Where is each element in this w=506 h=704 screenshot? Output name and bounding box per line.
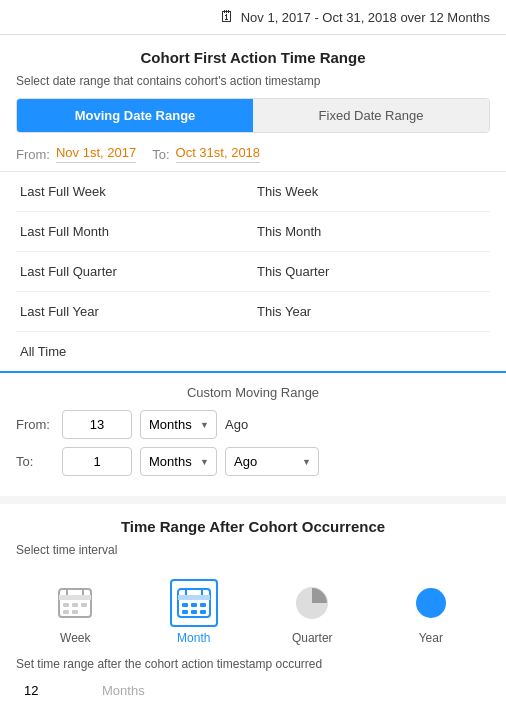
- this-week[interactable]: This Week: [253, 172, 490, 211]
- to-label: To:: [152, 147, 169, 162]
- week-icon: [57, 585, 93, 621]
- interval-week-label: Week: [60, 631, 90, 645]
- tab-moving-date-range[interactable]: Moving Date Range: [17, 99, 253, 132]
- custom-to-label: To:: [16, 454, 54, 469]
- quarter-icon: [294, 585, 330, 621]
- this-quarter[interactable]: This Quarter: [253, 252, 490, 291]
- all-time[interactable]: All Time: [16, 332, 70, 371]
- svg-rect-5: [72, 603, 78, 607]
- top-bar-date-text: Nov 1, 2017 - Oct 31, 2018 over 12 Month…: [241, 10, 490, 25]
- to-field: To: Oct 31st, 2018: [152, 145, 260, 163]
- from-field: From: Nov 1st, 2017: [16, 145, 136, 163]
- from-to-row: From: Nov 1st, 2017 To: Oct 31st, 2018: [0, 133, 506, 171]
- custom-to-unit-wrapper: Months Days Weeks Years: [140, 447, 217, 476]
- quick-row-month: Last Full Month This Month: [16, 212, 490, 252]
- to-value[interactable]: Oct 31st, 2018: [176, 145, 261, 163]
- from-label: From:: [16, 147, 50, 162]
- this-year[interactable]: This Year: [253, 292, 490, 331]
- custom-from-ago: Ago: [225, 417, 248, 432]
- quick-row-week: Last Full Week This Week: [16, 172, 490, 212]
- svg-rect-6: [81, 603, 87, 607]
- last-full-quarter[interactable]: Last Full Quarter: [16, 252, 253, 291]
- interval-row: Week Month: [0, 567, 506, 649]
- custom-to-row: To: Months Days Weeks Years Ago From Now: [16, 447, 490, 476]
- cohort-title: Cohort First Action Time Range: [0, 35, 506, 74]
- custom-moving-range-title: Custom Moving Range: [16, 385, 490, 400]
- date-range-tabs: Moving Date Range Fixed Date Range: [16, 98, 490, 133]
- last-full-week[interactable]: Last Full Week: [16, 172, 253, 211]
- svg-rect-7: [63, 610, 69, 614]
- svg-rect-17: [191, 610, 197, 614]
- last-full-year[interactable]: Last Full Year: [16, 292, 253, 331]
- quick-row-all-time: All Time: [16, 332, 490, 371]
- interval-month[interactable]: Month: [164, 579, 224, 645]
- custom-to-unit-select[interactable]: Months Days Weeks Years: [140, 447, 217, 476]
- custom-from-row: From: Months Days Weeks Years Ago: [16, 410, 490, 439]
- custom-to-suffix-wrapper: Ago From Now: [225, 447, 319, 476]
- time-range-section: Time Range After Cohort Occurrence Selec…: [0, 504, 506, 704]
- time-range-input-row: Months: [0, 677, 506, 704]
- this-month[interactable]: This Month: [253, 212, 490, 251]
- interval-year-label: Year: [419, 631, 443, 645]
- interval-year-icon-wrap: [407, 579, 455, 627]
- custom-from-input[interactable]: [62, 410, 132, 439]
- svg-rect-14: [191, 603, 197, 607]
- time-range-unit: Months: [94, 677, 154, 704]
- svg-rect-13: [182, 603, 188, 607]
- date-range-display: 🗓 Nov 1, 2017 - Oct 31, 2018 over 12 Mon…: [219, 8, 490, 26]
- month-icon: [176, 585, 212, 621]
- interval-quarter[interactable]: Quarter: [282, 579, 342, 645]
- svg-rect-8: [72, 610, 78, 614]
- custom-to-suffix-select[interactable]: Ago From Now: [225, 447, 319, 476]
- svg-rect-4: [63, 603, 69, 607]
- interval-week-icon-wrap: [51, 579, 99, 627]
- set-range-label: Set time range after the cohort action t…: [0, 649, 506, 677]
- svg-rect-10: [178, 595, 210, 600]
- interval-year[interactable]: Year: [401, 579, 461, 645]
- svg-rect-1: [59, 595, 91, 600]
- tab-fixed-date-range[interactable]: Fixed Date Range: [253, 99, 489, 132]
- interval-month-label: Month: [177, 631, 210, 645]
- custom-from-unit-wrapper: Months Days Weeks Years: [140, 410, 217, 439]
- interval-quarter-icon-wrap: [288, 579, 336, 627]
- custom-from-unit-select[interactable]: Months Days Weeks Years: [140, 410, 217, 439]
- interval-month-icon-wrap: [170, 579, 218, 627]
- cohort-subtitle: Select date range that contains cohort's…: [0, 74, 506, 98]
- quick-row-quarter: Last Full Quarter This Quarter: [16, 252, 490, 292]
- custom-from-label: From:: [16, 417, 54, 432]
- quick-row-year: Last Full Year This Year: [16, 292, 490, 332]
- svg-rect-16: [182, 610, 188, 614]
- time-range-value-input[interactable]: [16, 677, 86, 704]
- interval-quarter-label: Quarter: [292, 631, 333, 645]
- svg-rect-18: [200, 610, 206, 614]
- svg-point-20: [416, 588, 446, 618]
- quick-options: Last Full Week This Week Last Full Month…: [0, 172, 506, 371]
- year-icon: [413, 585, 449, 621]
- cohort-panel: Cohort First Action Time Range Select da…: [0, 35, 506, 496]
- custom-to-input[interactable]: [62, 447, 132, 476]
- last-full-month[interactable]: Last Full Month: [16, 212, 253, 251]
- top-bar: 🗓 Nov 1, 2017 - Oct 31, 2018 over 12 Mon…: [0, 0, 506, 35]
- svg-rect-15: [200, 603, 206, 607]
- calendar-icon: 🗓: [219, 8, 235, 26]
- cohort-section: Cohort First Action Time Range Select da…: [0, 35, 506, 496]
- time-range-title: Time Range After Cohort Occurrence: [0, 504, 506, 543]
- interval-week[interactable]: Week: [45, 579, 105, 645]
- from-value[interactable]: Nov 1st, 2017: [56, 145, 136, 163]
- interval-label: Select time interval: [0, 543, 506, 567]
- custom-moving-range: Custom Moving Range From: Months Days We…: [0, 371, 506, 496]
